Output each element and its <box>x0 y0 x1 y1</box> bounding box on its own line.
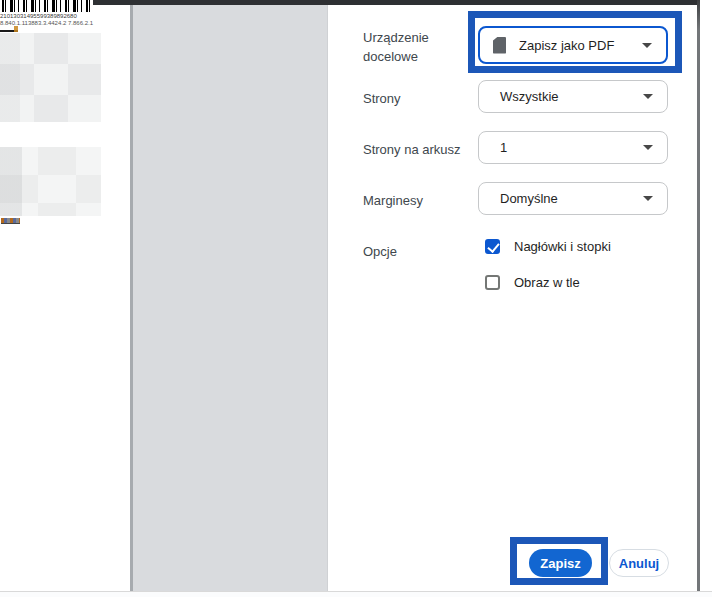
destination-value: Zapisz jako PDF <box>519 38 642 53</box>
redacted-link <box>1 218 20 224</box>
margins-value: Domyślne <box>500 191 643 206</box>
barcode-number: 21013031495599389892680 <box>0 13 100 20</box>
pages-per-sheet-select[interactable]: 1 <box>478 131 668 164</box>
destination-label: Urządzenie docelowe <box>363 28 469 66</box>
pages-value: Wszystkie <box>500 89 643 104</box>
redacted-content-block <box>0 147 101 216</box>
pages-per-sheet-value: 1 <box>500 140 643 155</box>
checkbox-headers-footers-label: Nagłówki i stopki <box>514 239 611 254</box>
print-dialog-screen: 21013031495599389892680 8.840.1.113883.3… <box>0 0 712 597</box>
background-document-page: 21013031495599389892680 8.840.1.113883.3… <box>0 0 133 591</box>
redacted-content-block <box>0 33 101 122</box>
cancel-button[interactable]: Anuluj <box>609 549 669 577</box>
chevron-down-icon <box>643 145 653 150</box>
barcode-image <box>2 0 93 12</box>
pages-select[interactable]: Wszystkie <box>478 80 668 113</box>
checkbox-icon[interactable] <box>485 275 500 290</box>
options-label: Opcje <box>363 242 469 261</box>
window-right-edge <box>697 0 700 591</box>
pages-per-sheet-label: Strony na arkusz <box>363 140 469 159</box>
margins-label: Marginesy <box>363 191 469 210</box>
margins-select[interactable]: Domyślne <box>478 182 668 215</box>
print-preview-pane <box>130 5 328 591</box>
pdf-file-icon <box>493 37 506 54</box>
chevron-down-icon <box>642 43 652 48</box>
checkbox-headers-footers[interactable]: Nagłówki i stopki <box>485 239 611 254</box>
checkbox-background-image-label: Obraz w tle <box>514 275 580 290</box>
save-button[interactable]: Zapisz <box>529 549 592 577</box>
pages-label: Strony <box>363 89 469 108</box>
checkbox-icon[interactable] <box>485 239 500 254</box>
destination-select[interactable]: Zapisz jako PDF <box>478 26 668 64</box>
decorative-mark <box>14 26 18 32</box>
print-settings-panel: Urządzenie docelowe Zapisz jako PDF Stro… <box>329 5 697 591</box>
chevron-down-icon <box>643 196 653 201</box>
checkbox-background-image[interactable]: Obraz w tle <box>485 275 580 290</box>
window-bottom-edge <box>0 591 712 597</box>
chevron-down-icon <box>643 94 653 99</box>
